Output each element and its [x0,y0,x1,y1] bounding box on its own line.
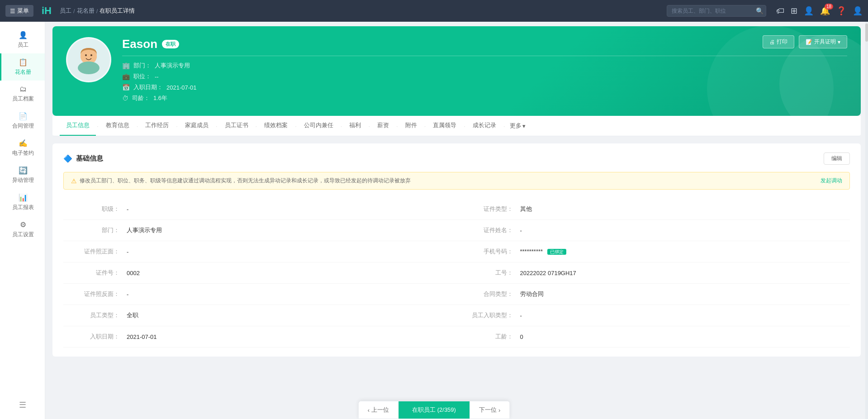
edit-button[interactable]: 编辑 [824,152,850,165]
help-icon[interactable]: ❓ [836,6,846,16]
scroll-indicator [865,22,868,397]
print-button[interactable]: 🖨 打印 [763,35,794,48]
report-icon: 📊 [19,193,28,202]
warning-message: 修改员工部门、职位、职务、职级等信息建议通过调动流程实现，否则无法生成异动记录和… [80,177,411,185]
print-label: 打印 [777,38,787,46]
contract-type-label: 合同类型： [457,290,520,298]
tab-employee-info[interactable]: 员工信息 [60,116,96,136]
tab-leader[interactable]: 直属领导 [427,116,463,136]
chevron-down-icon: ▾ [522,123,526,129]
scroll-thumb[interactable] [865,24,868,42]
tab-cert-label: 员工证书 [225,122,248,129]
sidebar-item-report[interactable]: 📊 员工报表 [0,189,45,216]
avatar-image [67,38,110,81]
tab-navigation: 员工信息 · 教育信息 · 工作经历 · 家庭成员 · 员工证书 · 绩效档案 … [52,116,861,136]
sidebar-item-label-contract: 合同管理 [12,122,34,130]
tab-more[interactable]: 更多 ▾ [506,116,529,135]
profile-divider [122,56,847,56]
sidebar-collapse-btn[interactable]: ☰ [0,395,45,397]
cert-label: 开具证明 [814,38,836,46]
sidebar-item-esign[interactable]: ✍ 电子签约 [0,134,45,162]
section-icon: 🔷 [63,154,72,163]
nav-icons: 🏷 ⊞ 👤 🔔 18 ❓ 👤 [776,6,863,16]
menu-button[interactable]: ☰ 菜单 [5,5,33,17]
tab-education-label: 教育信息 [106,122,129,129]
tab-performance[interactable]: 绩效档案 [258,116,294,136]
sidebar-item-contract[interactable]: 📄 合同管理 [0,107,45,134]
id-back-label: 证件照反面： [63,290,127,298]
tab-attachment[interactable]: 附件 [399,116,423,136]
contract-type-value: 劳动合同 [520,290,850,298]
verified-badge: 已绑定 [547,249,566,255]
grid-icon[interactable]: ⊞ [791,6,797,16]
emp-type-value: 全职 [127,311,457,319]
sidebar-item-exception[interactable]: 🔄 异动管理 [0,162,45,189]
tab-work-history[interactable]: 工作经历 [139,116,175,136]
search-input[interactable] [667,5,766,17]
dept-icon: 🏢 [122,62,130,69]
tab-sep-7: · [340,123,343,129]
sidebar-item-employee[interactable]: 👤 员工 [0,26,45,53]
breadcrumb-item-2[interactable]: 花名册 [77,7,95,15]
tab-sep-11: · [463,123,466,129]
warning-box: ⚠ 修改员工部门、职位、职务、职级等信息建议通过调动流程实现，否则无法生成异动记… [63,172,850,190]
info-row-id-type: 证件类型： 其他 [457,199,850,220]
section-title: 🔷 基础信息 [63,154,103,163]
breadcrumb-item-1[interactable]: 员工 [60,7,71,15]
id-name-value: - [520,227,850,234]
warning-text-area: ⚠ 修改员工部门、职位、职务、职级等信息建议通过调动流程实现，否则无法生成异动记… [71,177,816,185]
sidebar-item-archive[interactable]: 🗂 员工档案 [0,81,45,107]
onboard-type-value: - [520,312,850,319]
tab-sep-6: · [294,123,298,129]
section-title-text: 基础信息 [76,154,103,163]
search-area: 🔍 [667,5,766,17]
tab-sep-4: · [215,123,218,129]
tab-sep-5: · [255,123,258,129]
avatar [66,37,111,82]
sidebar-item-roster[interactable]: 📋 花名册 [0,53,45,81]
info-row-contract-type: 合同类型： 劳动合同 [457,284,850,305]
tenure-value: 1.6年 [153,94,167,102]
initiate-transfer-link[interactable]: 发起调动 [821,177,842,185]
tab-education[interactable]: 教育信息 [100,116,136,136]
print-icon: 🖨 [769,39,775,45]
profile-icon[interactable]: 👤 [853,6,863,16]
cert-dropdown-icon: ▾ [838,39,840,45]
exception-icon: 🔄 [19,166,28,175]
dept-field-label: 部门： [63,226,127,234]
sidebar-item-label-settings: 员工设置 [12,231,34,238]
cert-button[interactable]: 📝 开具证明 ▾ [799,35,847,48]
cert-icon: 📝 [806,39,812,45]
tab-leader-label: 直属领导 [433,122,456,129]
info-row-rank: 职级： - [63,199,457,220]
user-circle-icon[interactable]: 👤 [804,6,814,16]
sidebar-item-label-exception: 异动管理 [12,176,34,184]
tab-cert[interactable]: 员工证书 [218,116,255,136]
id-number-value: 0002 [127,270,457,276]
id-type-label: 证件类型： [457,205,520,213]
hire-icon: 📅 [122,84,130,91]
seniority-value: 0 [520,333,850,340]
svg-point-3 [85,54,87,56]
tab-family[interactable]: 家庭成员 [179,116,215,136]
notification-icon[interactable]: 🔔 18 [820,6,830,16]
tab-welfare-label: 福利 [349,122,361,129]
profile-meta-hire: 📅 入职日期： 2021-07-01 [122,83,847,91]
tab-family-label: 家庭成员 [185,122,209,129]
tab-growth[interactable]: 成长记录 [466,116,503,136]
sidebar-item-settings[interactable]: ⚙ 员工设置 [0,216,45,243]
tab-concurrent[interactable]: 公司内兼任 [298,116,340,136]
info-row-dept: 部门： 人事演示专用 [63,220,457,241]
profile-name-row: Eason 在职 [122,37,847,51]
profile-header: Eason 在职 🏢 部门： 人事演示专用 💼 职位： -- [66,37,847,102]
flag-icon[interactable]: 🏷 [776,6,784,16]
roster-icon: 📋 [19,58,28,67]
profile-card: Eason 在职 🏢 部门： 人事演示专用 💼 职位： -- [52,26,861,116]
emp-num-label: 工号： [457,269,520,277]
search-icon[interactable]: 🔍 [756,7,764,14]
tab-welfare[interactable]: 福利 [343,116,367,136]
tab-performance-label: 绩效档案 [264,122,288,129]
content-card: 🔷 基础信息 编辑 ⚠ 修改员工部门、职位、职务、职级等信息建议通过调动流程实现… [52,143,861,357]
tab-salary[interactable]: 薪资 [371,116,395,136]
menu-icon: ☰ [10,8,15,14]
